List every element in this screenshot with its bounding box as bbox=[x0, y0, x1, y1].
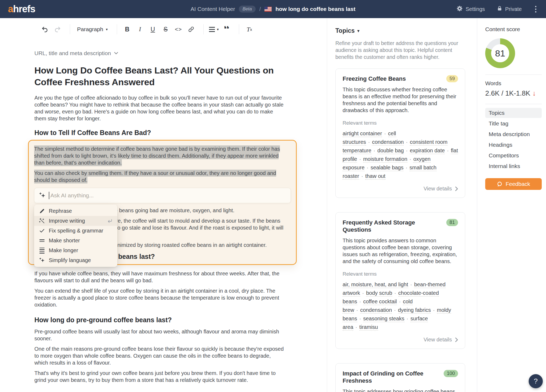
strikethrough-button[interactable]: S bbox=[160, 23, 171, 35]
text-cursor bbox=[49, 192, 49, 199]
chevron-right-icon bbox=[455, 186, 458, 191]
card-header: Impact of Grinding on Coffee Freshness 1… bbox=[343, 370, 458, 384]
arrow-down-icon: ↓ bbox=[532, 89, 536, 97]
meta-description-toggle[interactable]: URL, title and meta description bbox=[34, 50, 286, 56]
meta-toggle-label: URL, title and meta description bbox=[34, 50, 111, 56]
rail-nav-competitors[interactable]: Competitors bbox=[485, 150, 542, 161]
menu-item-make-longer[interactable]: Make longer bbox=[34, 246, 117, 255]
menu-item-rephrase[interactable]: Rephrase bbox=[34, 206, 117, 216]
rail-nav-topics[interactable]: Topics bbox=[485, 108, 542, 118]
article-paragraph[interactable]: That's why it's best to grind your own c… bbox=[34, 370, 286, 383]
underline-button[interactable]: U bbox=[147, 23, 158, 35]
menu-item-make-shorter[interactable]: Make shorter bbox=[34, 236, 117, 246]
ahrefs-logo[interactable]: ahrefs bbox=[8, 3, 35, 15]
article-paragraph[interactable]: One of the main reasons pre-ground coffe… bbox=[34, 345, 286, 366]
card-header: Frequently Asked Storage Questions 81 bbox=[343, 219, 458, 233]
topics-dropdown[interactable]: Topics ▾ bbox=[335, 27, 465, 34]
article-paragraph[interactable]: You can extend the shelf life of your co… bbox=[34, 287, 286, 308]
words-label: Words bbox=[485, 80, 542, 87]
beta-badge: Beta bbox=[239, 6, 256, 13]
speech-bubble-icon bbox=[497, 181, 502, 187]
bold-button[interactable]: B bbox=[122, 23, 133, 35]
article-paragraph[interactable]: Are you the type of coffee aficionado to… bbox=[34, 94, 286, 122]
relevant-term[interactable]: sealable bags bbox=[371, 165, 403, 171]
rail-nav-title-tag[interactable]: Title tag bbox=[485, 119, 542, 129]
term-separator: · bbox=[406, 148, 408, 153]
view-details-label: View details bbox=[424, 337, 452, 343]
term-separator: · bbox=[359, 299, 361, 304]
article-h2[interactable]: How to Tell If Coffee Beans Are Bad? bbox=[34, 129, 286, 137]
feedback-button[interactable]: Feedback bbox=[485, 178, 542, 190]
undo-button[interactable] bbox=[39, 23, 50, 35]
link-button[interactable] bbox=[186, 23, 196, 35]
menu-item-simplify-language[interactable]: Simplify language bbox=[34, 255, 117, 265]
more-menu-button[interactable] bbox=[533, 5, 538, 14]
term-separator: · bbox=[399, 299, 401, 304]
relevant-term[interactable]: condensation bbox=[360, 307, 392, 314]
term-separator: · bbox=[367, 165, 368, 170]
term-separator: · bbox=[361, 173, 363, 179]
blockquote-button[interactable]: “ bbox=[221, 26, 232, 32]
relevant-term[interactable]: airtight container bbox=[343, 130, 382, 137]
words-value: 2.6K / 1K-1.8K ↓ bbox=[485, 89, 542, 97]
clear-format-t: T bbox=[247, 26, 250, 33]
relevant-term[interactable]: expiration date bbox=[410, 148, 445, 154]
help-button[interactable]: ? bbox=[529, 374, 543, 388]
relevant-term[interactable]: coffee cocktail bbox=[363, 299, 397, 305]
term-separator: · bbox=[447, 148, 449, 153]
article-paragraph[interactable]: If you have whole coffee beans, they wil… bbox=[34, 270, 286, 284]
view-details-link[interactable]: View details bbox=[343, 337, 458, 343]
wand-icon bbox=[39, 218, 45, 224]
selected-paragraph[interactable]: You can also check by smelling them. If … bbox=[34, 170, 286, 183]
relevant-term[interactable]: thaw out bbox=[365, 173, 386, 180]
top-navbar: ahrefs AI Content Helper Beta / how long… bbox=[0, 0, 546, 18]
toolbar-divider bbox=[117, 24, 117, 34]
relevant-term[interactable]: body scrub bbox=[366, 290, 392, 297]
alignment-dropdown[interactable]: ▾ bbox=[208, 23, 219, 35]
article-paragraph[interactable]: Pre-ground coffee beans will usually las… bbox=[34, 328, 286, 342]
paragraph-style-dropdown[interactable]: Paragraph ▾ bbox=[75, 23, 110, 35]
menu-item-fix-spelling[interactable]: Fix spelling & grammar bbox=[34, 226, 117, 236]
relevant-term[interactable]: tiramisu bbox=[359, 324, 378, 331]
selected-paragraph[interactable]: The simplest method to determine if coff… bbox=[34, 145, 286, 166]
highlighted-text: The simplest method to determine if coff… bbox=[34, 145, 280, 166]
topic-score-badge: 59 bbox=[446, 75, 458, 82]
term-separator: · bbox=[410, 156, 411, 162]
ai-actions-menu: Rephrase Improve writing bbox=[34, 205, 117, 267]
relevant-term[interactable]: condensation bbox=[372, 139, 404, 146]
chevron-down-icon: ▾ bbox=[217, 27, 219, 31]
relevant-term[interactable]: dyeing fabrics bbox=[398, 307, 431, 314]
rail-nav: Topics Title tag Meta description Headin… bbox=[485, 108, 542, 171]
relevant-term[interactable]: air, moisture, heat, and light bbox=[343, 281, 408, 288]
topics-description: Refine your draft to better address the … bbox=[335, 40, 465, 60]
relevant-term[interactable]: moisture formation bbox=[363, 156, 407, 163]
sparkles-icon bbox=[39, 192, 46, 199]
rail-nav-headings[interactable]: Headings bbox=[485, 140, 542, 150]
code-button[interactable]: <> bbox=[173, 23, 184, 35]
settings-label: Settings bbox=[465, 6, 485, 12]
term-separator: · bbox=[407, 316, 408, 321]
logo-rest: hrefs bbox=[13, 3, 35, 14]
rail-nav-internal-links[interactable]: Internal links bbox=[485, 161, 542, 171]
rail-nav-meta-description[interactable]: Meta description bbox=[485, 129, 542, 139]
topic-card-storage-questions: Frequently Asked Storage Questions 81 Th… bbox=[335, 212, 465, 349]
settings-button[interactable]: Settings bbox=[456, 5, 485, 13]
private-button[interactable]: Private bbox=[497, 6, 522, 13]
article-h2[interactable]: How long do pre-ground coffee beans last… bbox=[34, 316, 286, 324]
term-separator: · bbox=[394, 307, 396, 313]
breadcrumb-separator: / bbox=[259, 6, 261, 12]
relevant-term[interactable]: double bag bbox=[378, 148, 404, 154]
view-details-link[interactable]: View details bbox=[343, 186, 458, 192]
ask-ai-input[interactable]: Ask AI anything... bbox=[34, 188, 291, 203]
editor-toolbar: Paragraph ▾ B I U S <> ▾ “ Tx bbox=[0, 18, 327, 40]
chevron-down-icon bbox=[114, 52, 118, 55]
divider bbox=[485, 104, 542, 104]
relevant-term[interactable]: seasoning steaks bbox=[363, 316, 404, 322]
return-icon bbox=[107, 218, 113, 224]
article-h1[interactable]: How Long Do Coffee Beans Last? All Your … bbox=[34, 64, 286, 88]
menu-item-improve-writing[interactable]: Improve writing bbox=[34, 216, 117, 226]
italic-button[interactable]: I bbox=[135, 23, 145, 35]
clear-formatting-button[interactable]: Tx bbox=[244, 23, 255, 35]
document-editor[interactable]: URL, title and meta description How Long… bbox=[34, 50, 286, 383]
redo-button[interactable] bbox=[52, 23, 63, 35]
